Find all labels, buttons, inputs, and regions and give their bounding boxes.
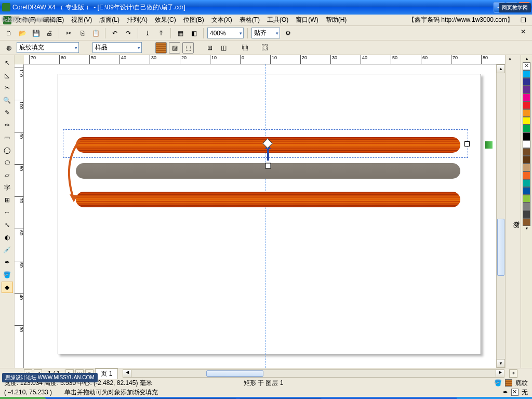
vertical-guide[interactable]: [265, 64, 266, 368]
interactive-tool-icon[interactable]: ◐: [2, 232, 13, 243]
color-swatch[interactable]: [523, 210, 530, 218]
export-icon[interactable]: ⤒: [155, 28, 167, 39]
doc-restore-button[interactable]: ❐: [517, 15, 529, 26]
start-button[interactable]: 开始: [0, 397, 47, 399]
horizontal-ruler[interactable]: 7060504030201001020304050607080: [24, 55, 505, 64]
color-swatch[interactable]: [523, 195, 530, 203]
navigator-icon[interactable]: ⌖: [509, 369, 517, 378]
zoom-tool-icon[interactable]: 🔍: [2, 95, 13, 106]
menu-layout[interactable]: 版面(L): [96, 15, 123, 25]
color-swatch[interactable]: [523, 132, 530, 140]
canvas-area[interactable]: [24, 64, 496, 368]
basic-shapes-tool-icon[interactable]: ▱: [2, 169, 13, 181]
menu-window[interactable]: 窗口(W): [292, 15, 321, 25]
app-launcher-icon[interactable]: ▦: [175, 28, 186, 39]
eyedropper-tool-icon[interactable]: 💉: [2, 244, 13, 256]
vertical-scrollbar[interactable]: ▲ ▼: [496, 64, 505, 368]
save-icon[interactable]: 💾: [30, 28, 42, 39]
horizontal-scrollbar[interactable]: ◀ ▶: [123, 369, 504, 378]
edit-transparency-icon[interactable]: ▨: [169, 42, 180, 54]
print-icon[interactable]: 🖨: [44, 28, 55, 39]
import-icon[interactable]: ⤓: [142, 28, 153, 39]
gradient-end-handle[interactable]: [485, 141, 493, 149]
color-swatch[interactable]: [523, 125, 530, 132]
dimension-tool-icon[interactable]: ↔: [2, 207, 13, 218]
options-icon[interactable]: ⚙: [282, 28, 294, 39]
color-swatch[interactable]: [523, 140, 530, 148]
color-swatch[interactable]: [523, 70, 530, 78]
menu-tool[interactable]: 工具(O): [264, 15, 291, 25]
rectangle-tool-icon[interactable]: ▭: [2, 132, 13, 143]
fill-tool-icon[interactable]: 🪣: [2, 269, 13, 281]
color-swatch[interactable]: [523, 203, 530, 210]
scroll-thumb[interactable]: [497, 219, 504, 276]
welcome-icon[interactable]: ◧: [188, 28, 200, 39]
menu-effect[interactable]: 效果(C): [152, 15, 179, 25]
color-swatch[interactable]: [523, 117, 530, 125]
menu-view[interactable]: 视图(V): [68, 15, 95, 25]
fill-type-dropdown[interactable]: 底纹填充: [17, 42, 79, 53]
shape-tool-icon[interactable]: ◺: [2, 70, 13, 81]
color-swatch[interactable]: [523, 94, 530, 101]
color-swatch[interactable]: [523, 187, 530, 195]
polygon-tool-icon[interactable]: ⬠: [2, 157, 13, 168]
color-swatch[interactable]: [523, 148, 530, 156]
no-color-swatch[interactable]: [523, 62, 530, 70]
cut-icon[interactable]: ✂: [63, 28, 74, 39]
redo-icon[interactable]: ↷: [123, 28, 134, 39]
docker-expand-icon[interactable]: «: [509, 56, 512, 62]
color-swatch[interactable]: [523, 179, 530, 187]
fill-options-icon[interactable]: ⿴: [259, 42, 271, 54]
zoom-level-dropdown[interactable]: 400%: [207, 28, 244, 38]
menu-text[interactable]: 文本(X): [208, 15, 235, 25]
open-icon[interactable]: 📂: [17, 28, 28, 39]
color-swatch[interactable]: [523, 101, 530, 109]
interactive-fill-tool-icon[interactable]: ◆: [2, 282, 13, 293]
scroll-left-button[interactable]: ◀: [123, 370, 131, 377]
selection-handle[interactable]: [464, 141, 470, 147]
outline-tool-icon[interactable]: ✒: [2, 257, 13, 268]
current-outline-swatch[interactable]: [511, 389, 518, 396]
copy-icon[interactable]: ⎘: [76, 28, 88, 39]
pick-tool-icon[interactable]: ↖: [2, 57, 13, 69]
scroll-up-button[interactable]: ▲: [497, 64, 505, 73]
page-tab[interactable]: 页 1: [95, 368, 118, 379]
color-swatch[interactable]: [523, 164, 530, 171]
system-tray[interactable]: 英 🐧 🔊 🛡 🖧 10:48: [457, 397, 532, 399]
table-tool-icon[interactable]: ⊞: [2, 194, 13, 206]
menu-table[interactable]: 表格(T): [236, 15, 263, 25]
paste-icon[interactable]: 📋: [90, 28, 101, 39]
ellipse-tool-icon[interactable]: ◯: [2, 144, 13, 156]
palette-scroll-up-icon[interactable]: ▴: [526, 56, 528, 62]
undo-icon[interactable]: ↶: [109, 28, 121, 39]
fill-winding-icon[interactable]: ◫: [218, 42, 229, 54]
color-swatch[interactable]: [523, 86, 530, 94]
color-swatch[interactable]: [523, 156, 530, 164]
doc-close-button[interactable]: ✕: [517, 26, 529, 37]
tile-icon[interactable]: ⬚: [182, 42, 194, 54]
smart-fill-tool-icon[interactable]: ✑: [2, 119, 13, 131]
text-tool-icon[interactable]: 字: [2, 182, 13, 193]
palette-scroll-down-icon[interactable]: ▾: [526, 226, 528, 232]
scroll-right-button[interactable]: ▶: [496, 370, 504, 377]
connector-tool-icon[interactable]: ⤡: [2, 219, 13, 231]
color-swatch[interactable]: [523, 78, 530, 86]
crop-tool-icon[interactable]: ✂: [2, 82, 13, 94]
texture-fill-icon[interactable]: [155, 42, 167, 54]
gradient-vector[interactable]: [252, 145, 284, 178]
vertical-ruler[interactable]: 11010090807060504030: [15, 64, 24, 368]
color-swatch[interactable]: [523, 171, 530, 179]
copy-fill-icon[interactable]: ⿻: [240, 42, 251, 54]
hscroll-thumb[interactable]: [206, 370, 263, 377]
edit-fill-icon[interactable]: ◍: [3, 42, 15, 54]
new-icon[interactable]: 🗋: [3, 28, 15, 39]
current-fill-swatch[interactable]: [505, 379, 512, 387]
scroll-down-button[interactable]: ▼: [497, 359, 505, 368]
menu-bitmap[interactable]: 位图(B): [180, 15, 207, 25]
mirror-fill-icon[interactable]: ⊞: [204, 42, 216, 54]
snap-dropdown[interactable]: 贴齐: [251, 28, 280, 38]
menu-help[interactable]: 帮助(H): [323, 15, 350, 25]
sample-dropdown[interactable]: 样品: [92, 42, 142, 53]
wood-bar-bottom[interactable]: [76, 192, 460, 207]
color-swatch[interactable]: [523, 218, 530, 226]
